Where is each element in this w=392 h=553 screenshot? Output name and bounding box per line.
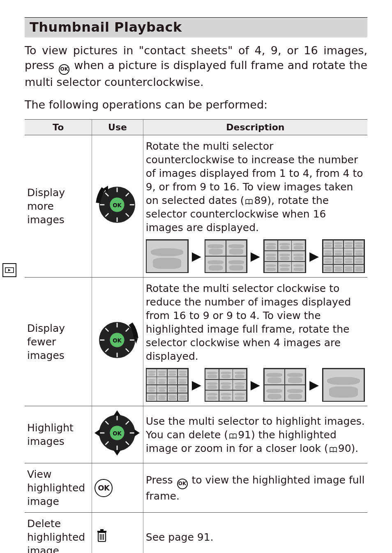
cell-use: OK [92,135,143,278]
ok-button-icon: OK [95,479,113,497]
desc-text: Rotate the multi selector counterclockwi… [146,139,365,234]
cell-to: Display fewer images [25,278,92,406]
grid-4 [205,239,247,273]
dial-directions-icon: OK [95,410,140,456]
cell-desc: Rotate the multi selector clockwise to r… [143,278,367,406]
grid-9 [205,368,247,402]
arrow-right-icon: ▶ [192,377,201,393]
section-heading-band: Thumbnail Playback [25,17,367,37]
page-root: Thumbnail Playback To view pictures in "… [0,0,392,553]
dial-cw-icon: OK [95,317,140,363]
trash-icon [95,528,109,543]
th-to: To [25,120,92,135]
desc-text: Rotate the multi selector clockwise to r… [146,282,365,363]
cell-to: View highlighted image [25,463,92,513]
svg-marker-41 [134,429,140,437]
cell-use: OK [92,463,143,513]
svg-marker-40 [95,429,100,437]
table-row: Display more images OK [25,135,367,278]
table-row: Delete highlighted image See page 91 [25,513,367,553]
desc-fragment: ). [351,442,359,454]
cell-to: Display more images [25,135,92,278]
book-icon [245,199,253,205]
th-use: Use [92,120,143,135]
cell-desc: See page 91. [143,513,367,553]
ok-icon: OK [59,64,69,75]
cell-use: OK [92,278,143,406]
arrow-right-icon: ▶ [309,248,319,264]
thumb-sequence: ▶ ▶ ▶ [146,239,365,273]
section-tab-playback [2,263,16,277]
svg-rect-48 [97,531,106,532]
grid-1 [322,368,365,402]
svg-text:OK: OK [113,430,122,437]
arrow-right-icon: ▶ [251,248,260,264]
cell-use [92,513,143,553]
desc-fragment: Press [146,474,176,486]
table-row: View highlighted image OK Press OK to vi… [25,463,367,513]
desc-pageref: 89 [254,194,267,206]
intro-paragraph-2: The following operations can be performe… [25,98,367,111]
table-row: Display fewer images OK [25,278,367,406]
cell-desc: Press OK to view the highlighted image f… [143,463,367,513]
cell-use: OK [92,406,143,463]
arrow-right-icon: ▶ [309,377,319,393]
intro-paragraph-1: To view pictures in "contact sheets" of … [25,43,367,89]
arrow-right-icon: ▶ [251,377,260,393]
book-icon [329,447,337,453]
grid-4 [263,368,306,402]
dial-ccw-icon: OK [95,182,140,227]
table-head: To Use Description [25,120,367,135]
grid-9 [263,239,306,273]
th-desc: Description [143,120,367,135]
desc-pageref: 91 [238,429,251,441]
svg-text:OK: OK [113,202,122,208]
cell-desc: Rotate the multi selector counterclockwi… [143,135,367,278]
cell-to: Delete highlighted image [25,513,92,553]
grid-16 [146,368,189,402]
play-icon [5,267,14,273]
svg-rect-49 [100,529,104,531]
ok-icon: OK [177,479,188,489]
intro-1b: when a picture is displayed full frame a… [25,59,367,88]
table-row: Highlight images OK [25,406,367,463]
desc-pageref: 90 [338,442,351,454]
grid-1 [146,239,189,273]
grid-16 [322,239,365,273]
operations-table: To Use Description Display more images O… [25,119,367,553]
svg-marker-39 [114,450,121,456]
cell-desc: Use the multi selector to highlight imag… [143,406,367,463]
thumb-sequence: ▶ ▶ ▶ [146,368,365,402]
section-title: Thumbnail Playback [30,19,363,35]
arrow-right-icon: ▶ [192,248,201,264]
book-icon [229,433,237,439]
svg-text:OK: OK [113,338,122,344]
svg-marker-38 [114,410,121,416]
cell-to: Highlight images [25,406,92,463]
svg-marker-1 [8,269,11,271]
